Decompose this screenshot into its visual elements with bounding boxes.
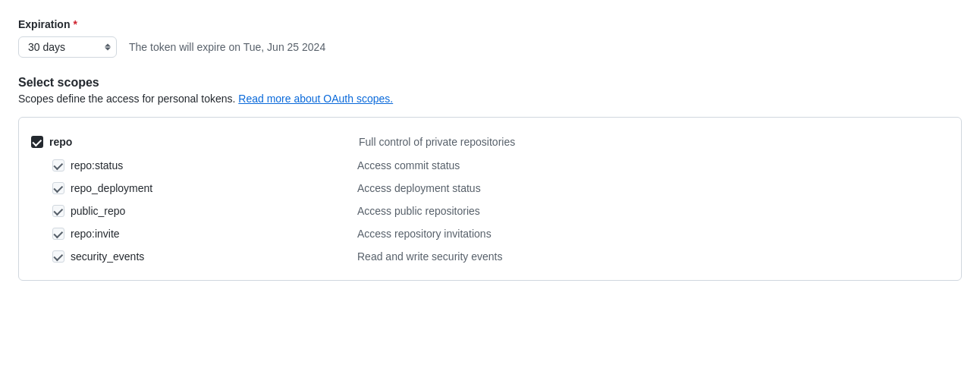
repo-scope-children: repo:status Access commit status repo_de…: [31, 154, 949, 268]
security-events-checkbox[interactable]: [52, 250, 64, 263]
repo-deployment-description: Access deployment status: [357, 182, 481, 194]
list-item: repo_deployment Access deployment status: [52, 177, 949, 200]
scopes-description: Scopes define the access for personal to…: [18, 93, 962, 105]
expiration-section: Expiration * 7 days 30 days 60 days 90 d…: [18, 18, 962, 58]
expiration-label-text: Expiration: [18, 18, 70, 30]
required-indicator: *: [73, 18, 77, 30]
repo-status-checkbox[interactable]: [52, 159, 64, 171]
scopes-section: Select scopes Scopes define the access f…: [18, 76, 962, 281]
expiration-select[interactable]: 7 days 30 days 60 days 90 days Custom No…: [18, 36, 117, 58]
oauth-scopes-link[interactable]: Read more about OAuth scopes.: [238, 93, 393, 105]
public-repo-checkbox[interactable]: [52, 205, 64, 217]
repo-scope-group: repo Full control of private repositorie…: [31, 130, 949, 268]
repo-deployment-name: repo_deployment: [71, 182, 351, 194]
scopes-title: Select scopes: [18, 76, 962, 90]
repo-scope-parent: repo Full control of private repositorie…: [31, 130, 949, 154]
repo-deployment-checkbox[interactable]: [52, 182, 64, 194]
list-item: repo:invite Access repository invitation…: [52, 222, 949, 245]
list-item: repo:status Access commit status: [52, 154, 949, 177]
expiration-select-wrapper: 7 days 30 days 60 days 90 days Custom No…: [18, 36, 117, 58]
expiration-note: The token will expire on Tue, Jun 25 202…: [129, 41, 325, 53]
list-item: public_repo Access public repositories: [52, 200, 949, 222]
security-events-description: Read and write security events: [357, 250, 502, 263]
expiration-row: 7 days 30 days 60 days 90 days Custom No…: [18, 36, 962, 58]
repo-invite-checkbox[interactable]: [52, 228, 64, 240]
repo-invite-description: Access repository invitations: [357, 228, 492, 240]
expiration-label: Expiration *: [18, 18, 962, 30]
repo-invite-name: repo:invite: [71, 228, 351, 240]
list-item: security_events Read and write security …: [52, 245, 949, 268]
scopes-description-text: Scopes define the access for personal to…: [18, 93, 238, 105]
repo-checkbox[interactable]: [31, 136, 43, 148]
repo-status-name: repo:status: [71, 159, 351, 171]
public-repo-description: Access public repositories: [357, 205, 480, 217]
public-repo-name: public_repo: [71, 205, 351, 217]
repo-status-description: Access commit status: [357, 159, 460, 171]
scopes-box: repo Full control of private repositorie…: [18, 117, 962, 281]
repo-scope-name: repo: [49, 136, 353, 148]
repo-scope-description: Full control of private repositories: [359, 136, 515, 148]
security-events-name: security_events: [71, 250, 351, 263]
